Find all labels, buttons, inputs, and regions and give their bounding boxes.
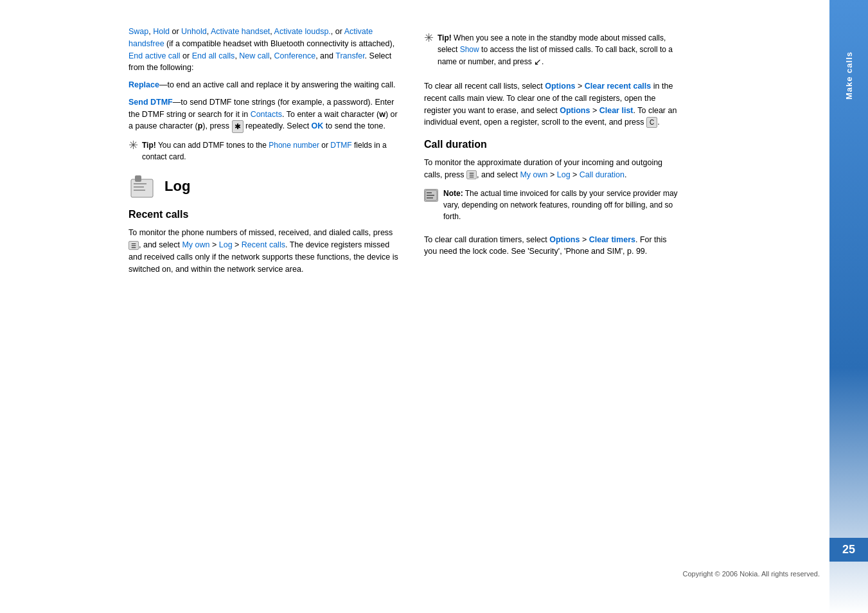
tip-icon-2: ✳ xyxy=(424,31,434,45)
recent-calls-title: Recent calls xyxy=(128,209,398,220)
new-call-link[interactable]: New call xyxy=(239,51,269,60)
sidebar-section-label: Make calls xyxy=(844,51,854,100)
call-duration-title: Call duration xyxy=(424,139,681,150)
clear-button-icon: C xyxy=(646,117,657,128)
clear-timers-link[interactable]: Clear timers xyxy=(589,235,635,244)
menu-press-icon: ☰ xyxy=(128,241,139,250)
tip-box-1: ✳ Tip! You can add DTMF tones to the Pho… xyxy=(128,139,398,168)
note-box: Note: The actual time invoiced for calls… xyxy=(424,188,681,227)
call-end-icon: ↙ xyxy=(534,55,542,69)
replace-paragraph: Replace—to end an active call and replac… xyxy=(128,79,398,91)
svg-rect-2 xyxy=(134,183,146,184)
svg-rect-3 xyxy=(134,186,144,188)
svg-rect-4 xyxy=(134,190,145,191)
menu-press-icon-2: ☰ xyxy=(466,170,477,179)
log-icon xyxy=(128,174,155,199)
note-icon xyxy=(424,189,438,202)
recent-calls-link[interactable]: Recent calls xyxy=(242,240,285,249)
options-link-1[interactable]: Options xyxy=(545,82,575,91)
log-icon-wrapper xyxy=(128,174,155,199)
main-content: Swap, Hold or Unhold, Activate handset, … xyxy=(0,0,829,613)
tip-text-2: Tip! When you see a note in the standby … xyxy=(438,32,681,69)
intro-paragraph: Swap, Hold or Unhold, Activate handset, … xyxy=(128,26,398,74)
svg-rect-1 xyxy=(135,175,141,182)
transfer-link[interactable]: Transfer xyxy=(335,51,364,60)
svg-rect-8 xyxy=(427,197,433,199)
show-link[interactable]: Show xyxy=(460,45,479,54)
contacts-link[interactable]: Contacts xyxy=(251,110,282,119)
svg-rect-7 xyxy=(427,195,434,196)
call-duration-link[interactable]: Call duration xyxy=(580,170,624,179)
log-title: Log xyxy=(164,178,190,195)
page-number: 25 xyxy=(842,543,855,556)
svg-rect-6 xyxy=(427,192,432,193)
clear-timers-paragraph: To clear call duration timers, select Op… xyxy=(424,234,681,258)
page-number-box: 25 xyxy=(829,538,868,562)
activate-handset-link[interactable]: Activate handset xyxy=(211,27,270,36)
ok-link: OK xyxy=(312,122,324,131)
right-column: ✳ Tip! When you see a note in the standb… xyxy=(424,26,681,587)
replace-term: Replace xyxy=(128,80,159,89)
call-duration-paragraph: To monitor the approximate duration of y… xyxy=(424,157,681,181)
activate-loudsp-link[interactable]: Activate loudsp. xyxy=(274,27,331,36)
phone-number-link[interactable]: Phone number xyxy=(269,141,319,150)
left-column: Swap, Hold or Unhold, Activate handset, … xyxy=(128,26,398,587)
svg-rect-0 xyxy=(131,179,153,197)
tip-box-2: ✳ Tip! When you see a note in the standb… xyxy=(424,32,681,74)
tip-text-1: Tip! You can add DTMF tones to the Phone… xyxy=(142,139,398,163)
unhold-link[interactable]: Unhold xyxy=(181,27,207,36)
note-svg-icon xyxy=(425,190,438,201)
clear-list-link[interactable]: Clear list xyxy=(599,106,633,115)
clear-recent-calls-link[interactable]: Clear recent calls xyxy=(585,82,651,91)
conference-link[interactable]: Conference xyxy=(274,51,316,60)
clear-recent-paragraph: To clear all recent call lists, select O… xyxy=(424,80,681,129)
dtmf-link[interactable]: DTMF xyxy=(330,141,351,150)
sidebar: Make calls 25 xyxy=(829,0,868,613)
hold-link[interactable]: Hold xyxy=(153,27,170,36)
note-text: Note: The actual time invoiced for calls… xyxy=(443,188,681,222)
asterisk-icon: ✱ xyxy=(232,120,244,133)
log-link[interactable]: Log xyxy=(219,240,233,249)
end-all-calls-link[interactable]: End all calls xyxy=(192,51,235,60)
log-link-2[interactable]: Log xyxy=(557,170,571,179)
end-active-call-link[interactable]: End active call xyxy=(128,51,181,60)
copyright: Copyright © 2006 Nokia. All rights reser… xyxy=(682,570,820,578)
send-dtmf-paragraph: Send DTMF—to send DTMF tone strings (for… xyxy=(128,96,398,134)
recent-calls-paragraph: To monitor the phone numbers of missed, … xyxy=(128,227,398,275)
log-header: Log xyxy=(128,174,398,199)
page-container: Swap, Hold or Unhold, Activate handset, … xyxy=(0,0,868,613)
my-own-link[interactable]: My own xyxy=(182,240,209,249)
send-dtmf-term: Send DTMF xyxy=(128,98,173,107)
options-link-2[interactable]: Options xyxy=(560,106,590,115)
options-link-3[interactable]: Options xyxy=(549,235,580,244)
swap-link[interactable]: Swap xyxy=(128,27,148,36)
my-own-link-2[interactable]: My own xyxy=(520,170,547,179)
tip-icon-1: ✳ xyxy=(128,138,138,152)
